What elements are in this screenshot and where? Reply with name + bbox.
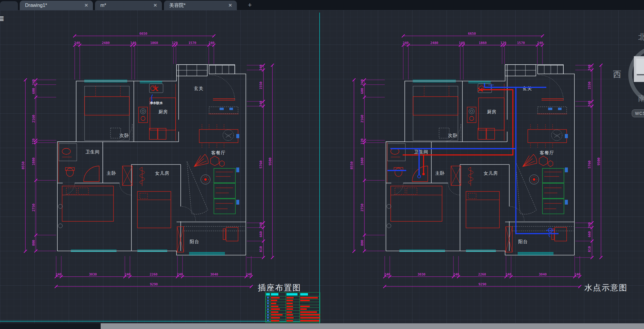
svg-text:5760: 5760: [588, 161, 591, 169]
svg-text:2750: 2750: [32, 204, 36, 212]
svg-text:2160: 2160: [360, 115, 364, 123]
svg-text:240: 240: [588, 222, 591, 228]
bathroom-fixtures: [59, 142, 99, 182]
svg-text:240: 240: [588, 65, 591, 71]
living-furniture: [187, 124, 239, 214]
dimension-lines: [354, 36, 601, 287]
room-label-bathroom: 卫生间: [414, 149, 428, 154]
room-labels: 玄关 厨房 次卧 卫生间 主卧 女儿房 客餐厅 阳台: [85, 86, 226, 244]
svg-text:120: 120: [500, 41, 506, 45]
svg-text:660: 660: [259, 231, 263, 237]
windows: [71, 80, 225, 255]
svg-text:800: 800: [360, 240, 364, 246]
close-icon[interactable]: ✕: [228, 3, 232, 8]
svg-text:5760: 5760: [259, 161, 263, 169]
room-label-kitchen: 厨房: [158, 109, 168, 114]
svg-text:8550: 8550: [350, 162, 354, 170]
bed2-furniture: [85, 86, 129, 141]
svg-text:240: 240: [125, 272, 131, 276]
kitchen-furniture: [139, 84, 176, 141]
svg-text:2480: 2480: [102, 41, 110, 45]
cad-drawing: 6650 240 2480 140 1860 120 1570 240 9290…: [0, 10, 644, 329]
svg-text:9290: 9290: [150, 282, 158, 286]
living-furniture: [516, 124, 568, 214]
close-icon[interactable]: ✕: [84, 3, 88, 8]
svg-text:2480: 2480: [430, 41, 438, 45]
legend-row: [266, 316, 320, 319]
legend-row: [266, 314, 320, 317]
left-edge-icon: ≣: [0, 14, 4, 23]
tab-m[interactable]: m* ✕: [95, 1, 162, 10]
viewcube-south-label[interactable]: 南: [638, 94, 644, 103]
daughter-furniture: [137, 167, 171, 228]
svg-text:810: 810: [259, 246, 263, 252]
svg-text:1570: 1570: [517, 41, 525, 45]
svg-text:240: 240: [32, 79, 36, 85]
svg-text:2260: 2260: [478, 272, 486, 276]
viewcube[interactable]: 西 北 南: [609, 33, 644, 123]
dimension-lines: [25, 36, 272, 287]
svg-text:净水软水: 净水软水: [150, 101, 163, 105]
new-tab-button[interactable]: +: [248, 1, 252, 9]
room-label-entry: 玄关: [522, 86, 532, 91]
entry-cabinet: [208, 99, 239, 114]
svg-text:1860: 1860: [150, 41, 158, 45]
svg-text:3030: 3030: [418, 272, 426, 276]
svg-text:240: 240: [208, 41, 214, 45]
plan-title-socket: 插座布置图: [258, 282, 301, 293]
svg-text:6650: 6650: [468, 32, 476, 36]
tab-meirongyuan[interactable]: 美容院* ✕: [164, 1, 237, 10]
svg-text:240: 240: [360, 79, 364, 85]
room-label-balcony: 阳台: [190, 239, 199, 244]
svg-text:140: 140: [459, 41, 465, 45]
legend-row: [266, 311, 320, 314]
svg-text:120: 120: [360, 138, 364, 144]
svg-text:240: 240: [588, 101, 591, 107]
purifier-marker: 净水软水: [150, 85, 163, 105]
svg-text:140: 140: [130, 41, 136, 45]
legend-row: [266, 296, 320, 299]
svg-text:240: 240: [537, 41, 543, 45]
viewcube-north-label[interactable]: 北: [638, 33, 644, 41]
file-tab-bar: Drawing1* ✕ m* ✕ 美容院* ✕ +: [0, 0, 644, 10]
svg-text:1570: 1570: [188, 41, 197, 45]
svg-text:1550: 1550: [259, 82, 263, 90]
viewcube-west-label[interactable]: 西: [613, 70, 621, 79]
room-label-living: 客餐厅: [211, 150, 226, 155]
svg-text:2750: 2750: [360, 204, 364, 212]
balcony-furniture: [177, 226, 245, 252]
svg-text:3040: 3040: [539, 272, 547, 276]
master-furniture: [58, 166, 132, 228]
svg-text:240: 240: [403, 41, 409, 45]
svg-text:240: 240: [259, 101, 263, 107]
room-label-daughter: 女儿房: [484, 170, 498, 176]
close-icon[interactable]: ✕: [153, 3, 157, 8]
svg-text:6650: 6650: [139, 32, 148, 36]
wcs-badge[interactable]: WCS: [632, 109, 644, 117]
svg-text:120: 120: [172, 41, 178, 45]
svg-text:9290: 9290: [479, 282, 487, 286]
svg-text:2160: 2160: [32, 115, 36, 123]
tab-label: m*: [100, 3, 106, 8]
windows: [399, 80, 553, 255]
svg-text:240: 240: [74, 41, 80, 45]
tab-drawing1[interactable]: Drawing1* ✕: [20, 1, 93, 10]
tab-stub[interactable]: [0, 1, 18, 10]
drawing-canvas[interactable]: 6650 240 2480 140 1860 120 1570 240 9290…: [0, 10, 644, 323]
svg-text:1550: 1550: [588, 82, 591, 90]
svg-text:240: 240: [505, 272, 511, 276]
room-label-balcony: 阳台: [518, 239, 528, 244]
tab-label: Drawing1*: [25, 3, 47, 8]
legend-row: [266, 305, 320, 308]
room-label-bedroom2: 次卧: [448, 133, 458, 138]
entry-cabinet: [537, 99, 567, 114]
socket-layout-plan: 6650 240 2480 140 1860 120 1570 240 9290…: [21, 32, 274, 288]
svg-text:240: 240: [259, 65, 263, 71]
taskbar[interactable]: [0, 323, 644, 329]
kitchen-furniture: [467, 84, 504, 141]
legend-table: [265, 292, 320, 326]
svg-text:240: 240: [574, 272, 580, 276]
legend-row: [266, 308, 320, 311]
svg-text:600: 600: [360, 88, 364, 94]
room-label-master: 主卧: [435, 170, 445, 176]
